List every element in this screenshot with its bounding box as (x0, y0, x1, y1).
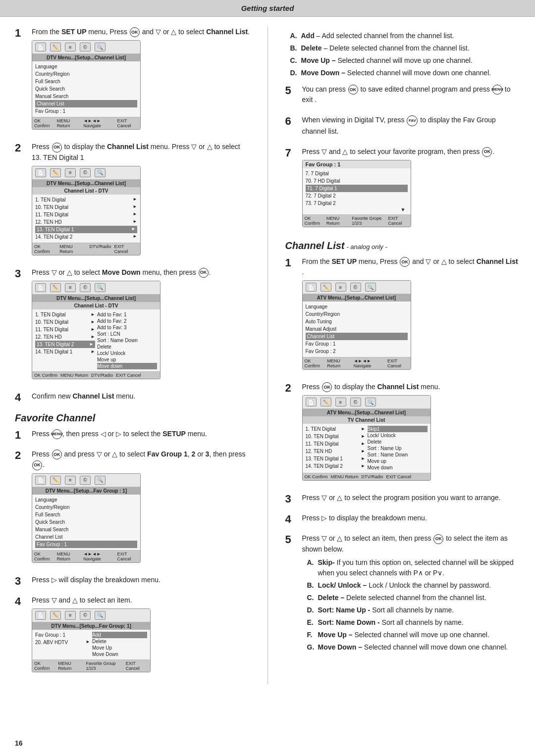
screen-row: Manual Search (35, 526, 137, 533)
screen-submenu-item: Sort : LCN (97, 331, 157, 337)
screen-submenu-item: Move up (97, 356, 157, 363)
screen-submenu-item: Move Up (92, 645, 147, 651)
screen-row: 1. TEN Digital► (35, 311, 95, 318)
list-item-a: A. Add – Add selected channel from the c… (290, 31, 521, 41)
list-label-c: C. (307, 593, 316, 603)
list-item-d: D. Move Down – Selected channel will mov… (290, 68, 521, 78)
screen-icons-cl1: 📄 ✏️ ≡ © 🔍 (303, 281, 411, 294)
list-label-d: D. (290, 68, 299, 78)
ok-button-icon: OK (130, 27, 140, 37)
screen-row: 11. TEN Digital► (306, 440, 366, 448)
cl-step-4-number: 4 (285, 513, 299, 526)
screen-submenu-item: Move up (368, 458, 428, 464)
right-step-6-number: 6 (285, 115, 299, 128)
screen-submenu-item: Move down (368, 464, 428, 471)
screen-row: Fav Group : 1 (35, 631, 90, 639)
cl-step-5-content: Press ▽ or △ to select an item, then pre… (302, 533, 521, 656)
list-item-a: A. Skip- If you turn this option on, sel… (307, 557, 521, 578)
ok-button-icon: OK (199, 268, 209, 278)
list-label-g: G. (307, 642, 316, 653)
step-1-content: From the SET UP menu, Press OK and ▽ or … (32, 27, 250, 135)
step-3: 3 Press ▽ or △ to select Move Down menu,… (15, 267, 250, 384)
icon-3: ≡ (65, 476, 76, 485)
screen-submenu-item: Add to Fav: 1 (97, 311, 157, 318)
list-text-a: Skip- If you turn this option on, select… (318, 557, 521, 578)
screen-submenu-item-highlighted: Skip1 (368, 426, 428, 432)
screen-row: Country/Region (35, 504, 137, 511)
menu-button-icon: MENU (52, 429, 62, 439)
screen-row: 14. TEN Digital 2► (306, 462, 366, 470)
icon-3: ≡ (65, 168, 76, 177)
right-step-5: 5 You can press OK to save edited channe… (285, 84, 521, 108)
screen-3-body: 1. TEN Digital► 10. TEN Digital► 11. TEN… (32, 309, 160, 371)
channel-list-section: Channel List - analog only - (285, 240, 521, 252)
list-item-e: E. Sort: Name Down - Sort all channels b… (307, 617, 521, 628)
screen-cl2-body: 1. TEN Digital► 10. TEN Digital► 11. TEN… (303, 424, 430, 473)
icon-5: 🔍 (365, 283, 376, 292)
fav-step-1: 1 Press MENU, then press ◁ or ▷ to selec… (15, 429, 250, 442)
scroll-indicator: ▼ (306, 207, 408, 212)
screen-submenu-item: Move Down (92, 651, 147, 657)
step-2: 2 Press OK to display the Channel List m… (15, 142, 250, 260)
screen-row-highlighted: 13. TEN Digital 1► (35, 226, 137, 233)
screen-row: 13. TEN Digital 1► (306, 455, 366, 462)
icon-5: 🔍 (95, 43, 106, 51)
step-1: 1 From the SET UP menu, Press OK and ▽ o… (15, 27, 250, 135)
icon-5: 🔍 (95, 168, 106, 177)
step-2-text: Press OK to display the Channel List men… (32, 142, 250, 162)
list-text-e: Sort: Name Down - Sort all channels by n… (318, 617, 464, 628)
right-step-7-text: Press ▽ and △ to select your favorite pr… (302, 147, 521, 157)
screen-submenu-item: Add to Fav: 3 (97, 324, 157, 331)
screen-submenu-item-highlighted: Move down (97, 363, 157, 369)
screen-row: 11. TEN Digital► (35, 211, 137, 218)
screen-icons-1: 📄 ✏️ ≡ © 🔍 (32, 41, 140, 54)
column-divider (268, 27, 268, 684)
analog-only-label: - analog only - (346, 243, 387, 251)
screen-icons-fav4: 📄 ✏️ ≡ © 🔍 (32, 609, 150, 622)
screen-3-right: Add to Fav: 1 Add to Fav: 2 Add to Fav: … (97, 311, 157, 369)
screen-cl1-footer: OK ConfirmMENU Return◄►◄► NavigateEXIT C… (303, 357, 411, 369)
screen-row: 72. 7 Digital 2 (306, 192, 408, 200)
screen-cl1-title: ATV Menu...[Setup...Channel List] (303, 294, 411, 302)
screen-submenu-item: Sort : Name Up (368, 445, 428, 452)
list-text-f: Move Up – Selected channel will move up … (318, 630, 489, 640)
screen-row: 10. TEN Digital► (35, 318, 95, 326)
menu-button-icon: MENU (492, 85, 502, 95)
screen-row: Auto Tuning (306, 318, 408, 325)
fav-step-2-number: 2 (15, 449, 29, 462)
screen-row: Manual Search (35, 93, 137, 100)
cl-step-1-text: From the SET UP menu, Press OK and ▽ or … (302, 256, 521, 277)
cl-step-4-content: Press ▷ to display the breakdown menu. (302, 513, 521, 526)
right-step-5-text: You can press OK to save edited channel … (302, 84, 521, 105)
icon-5: 🔍 (95, 611, 106, 620)
step-3-content: Press ▽ or △ to select Move Down menu, t… (32, 267, 250, 384)
screen-row: Language (306, 303, 408, 310)
icon-4: © (350, 283, 361, 292)
screen-step7-title: Fav Group : 1 (303, 160, 411, 168)
icon-4: © (80, 476, 91, 485)
right-step-7-content: Press ▽ and △ to select your favorite pr… (302, 147, 521, 232)
screen-row: 12. TEN HD► (306, 448, 366, 455)
screen-cl2-left: 1. TEN Digital► 10. TEN Digital► 11. TEN… (306, 425, 366, 471)
screen-row: 11. TEN Digital► (35, 326, 95, 333)
screen-row: Full Search (35, 511, 137, 518)
fav-step-4-text: Press ▽ and △ to select an item. (32, 595, 250, 605)
screen-cl2-subtitle: TV Channel List (303, 416, 430, 424)
ok-button-icon: OK (52, 143, 62, 152)
screen-mockup-1: 📄 ✏️ ≡ © 🔍 DTV Menu...[Setup...Channel L… (32, 40, 141, 130)
icon-1: 📄 (35, 476, 46, 485)
ok-button-icon: OK (348, 85, 358, 95)
screen-submenu-item: Lock/ Unlock (97, 350, 157, 356)
right-column: A. Add – Add selected channel from the c… (285, 27, 521, 684)
screen-row-highlighted: 71. 7 Digital 1 (306, 185, 408, 192)
screen-2-title: DTV Menu...[Setup...Channel List] (32, 180, 140, 187)
icon-5: 🔍 (95, 476, 106, 485)
list-item-d: D. Sort: Name Up - Sort all channels by … (307, 605, 521, 615)
cl-alpha-list: A. Skip- If you turn this option on, sel… (307, 557, 521, 653)
screen-row: Fav Group : 2 (306, 348, 408, 355)
screen-icons-3: 📄 ✏️ ≡ © 🔍 (32, 281, 160, 295)
icon-3: ≡ (65, 611, 76, 620)
list-text-g: Move Down – Selected channel will move d… (318, 642, 508, 653)
cl-step-5-number: 5 (285, 533, 299, 546)
step-3-number: 3 (15, 267, 29, 280)
